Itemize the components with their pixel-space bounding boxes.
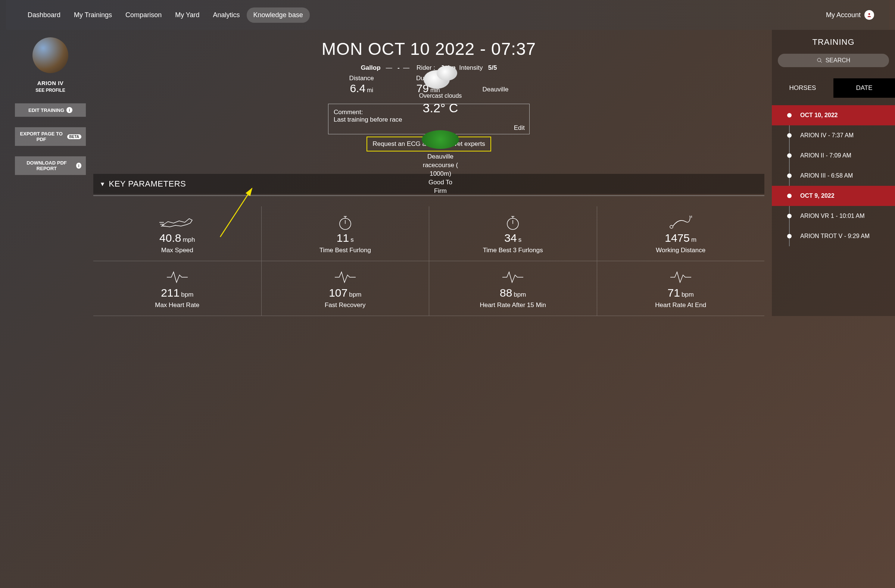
- param-label: Time Best 3 Furlongs: [433, 247, 593, 254]
- timeline-dot-icon: [787, 214, 792, 218]
- separator: —: [403, 64, 410, 71]
- beta-badge: BETA: [67, 134, 81, 139]
- param-value: 71: [668, 286, 680, 299]
- nav-knowledge-base[interactable]: Knowledge base: [247, 8, 310, 23]
- timeline-date-header[interactable]: OCT 9, 2022: [772, 186, 895, 206]
- course-line: Deauville: [414, 153, 467, 161]
- my-account-menu[interactable]: My Account: [826, 10, 874, 20]
- param-unit: s: [519, 236, 522, 243]
- timeline-dot-icon: [787, 194, 792, 198]
- main-column: MON OCT 10 2022 - 07:37 Gallop — - — Rid…: [90, 30, 772, 316]
- tab-date[interactable]: DATE: [833, 78, 895, 98]
- timeline-dot-icon: [787, 133, 792, 138]
- svg-point-0: [869, 13, 870, 15]
- sidebar-tabs: HORSES DATE: [772, 78, 895, 98]
- intensity-value: 5/5: [488, 64, 497, 71]
- weather-desc: Overcast clouds: [414, 92, 467, 99]
- download-pdf-button[interactable]: DOWNLOAD PDF REPORT i: [15, 156, 86, 175]
- param-unit: bpm: [181, 291, 193, 298]
- param-value: 211: [161, 286, 179, 299]
- separator: —: [386, 64, 392, 71]
- distance-unit: mi: [367, 87, 373, 93]
- timeline-date-header[interactable]: OCT 10, 2022: [772, 105, 895, 125]
- param-unit: mph: [182, 236, 195, 243]
- course-line: Firm: [414, 187, 467, 195]
- horse-icon: [97, 213, 258, 232]
- horse-avatar[interactable]: [32, 37, 68, 73]
- svg-point-15: [818, 58, 821, 62]
- nav-comparison[interactable]: Comparison: [119, 8, 168, 23]
- search-input[interactable]: SEARCH: [778, 54, 889, 67]
- param-label: Heart Rate At End: [601, 302, 761, 309]
- param-label: Working Distance: [601, 247, 761, 254]
- edit-comment-link[interactable]: Edit: [514, 124, 525, 132]
- top-nav: Dashboard My Trainings Comparison My Yar…: [6, 0, 889, 30]
- tab-horses[interactable]: HORSES: [772, 78, 833, 98]
- timeline-entry[interactable]: ARION VR 1 - 10:01 AM: [772, 206, 895, 226]
- timeline-dot-icon: [787, 113, 792, 118]
- location-stat: Deauville: [482, 74, 508, 95]
- timeline-entry[interactable]: ARION TROT V - 9:29 AM: [772, 226, 895, 246]
- timeline-label: ARION IV - 7:37 AM: [800, 132, 854, 138]
- stopwatch-icon: [265, 213, 425, 232]
- cloud-icon: [420, 64, 461, 89]
- timeline-label: OCT 10, 2022: [800, 112, 838, 118]
- edit-training-label: EDIT TRAINING: [28, 108, 64, 113]
- distance-label: Distance: [349, 74, 374, 82]
- param-unit: s: [350, 236, 354, 243]
- parameter-grid: 40.8mphMax Speed11sTime Best Furlong34sT…: [93, 206, 765, 316]
- see-profile-link[interactable]: SEE PROFILE: [15, 88, 86, 93]
- horse-name: ARION IV: [15, 80, 86, 86]
- export-pdf-label: EXPORT PAGE TO PDF: [20, 131, 64, 142]
- timeline-dot-icon: [787, 153, 792, 158]
- edit-training-button[interactable]: EDIT TRAINING i: [15, 103, 86, 117]
- timeline-label: ARION II - 7:09 AM: [800, 152, 851, 159]
- param-label: Heart Rate After 15 Min: [433, 302, 593, 309]
- heart-icon: [265, 268, 425, 286]
- nav-my-yard[interactable]: My Yard: [168, 8, 206, 23]
- param-cell: 107bpmFast Recovery: [261, 261, 429, 316]
- param-cell: 88bpmHeart Rate After 15 Min: [429, 261, 597, 316]
- weather-temp: 3.2° C: [414, 101, 467, 115]
- timeline-entry[interactable]: ARION IV - 7:37 AM: [772, 125, 895, 145]
- param-unit: bpm: [514, 291, 526, 298]
- param-cell: 40.8mphMax Speed: [93, 206, 261, 261]
- param-cell: 34sTime Best 3 Furlongs: [429, 206, 597, 261]
- param-value: 11: [337, 232, 349, 244]
- param-value: 34: [504, 232, 517, 244]
- param-label: Max Heart Rate: [97, 302, 258, 309]
- training-title: MON OCT 10 2022 - 07:37: [93, 39, 765, 59]
- chevron-down-icon: ▾: [101, 180, 105, 188]
- search-icon: [817, 58, 822, 64]
- user-icon: [865, 10, 874, 20]
- param-value: 40.8: [159, 232, 181, 244]
- weather-panel: Overcast clouds 3.2° C Deauville racecou…: [414, 64, 467, 195]
- export-pdf-button[interactable]: EXPORT PAGE TO PDF BETA: [15, 127, 86, 146]
- divider: [93, 195, 765, 196]
- nav-analytics[interactable]: Analytics: [206, 8, 247, 23]
- sidebar-title: TRAINING: [772, 37, 895, 47]
- timeline: OCT 10, 2022ARION IV - 7:37 AMARION II -…: [772, 105, 895, 246]
- nav-my-trainings[interactable]: My Trainings: [67, 8, 119, 23]
- timeline-entry[interactable]: ARION III - 6:58 AM: [772, 166, 895, 186]
- right-sidebar: TRAINING SEARCH HORSES DATE OCT 10, 2022…: [772, 30, 895, 316]
- key-parameters-title: KEY PARAMETERS: [109, 179, 186, 189]
- param-label: Time Best Furlong: [265, 247, 425, 254]
- nav-dashboard[interactable]: Dashboard: [21, 8, 67, 23]
- heart-icon: [601, 268, 761, 286]
- course-info: Deauville racecourse ( 1000m) Good To Fi…: [414, 153, 467, 195]
- param-unit: bpm: [681, 291, 694, 298]
- param-label: Max Speed: [97, 247, 258, 254]
- timeline-entry[interactable]: ARION II - 7:09 AM: [772, 145, 895, 166]
- course-line: 1000m): [414, 170, 467, 178]
- info-icon: i: [76, 163, 81, 169]
- svg-text:M: M: [689, 215, 692, 219]
- stopwatch-icon: [433, 213, 593, 232]
- distance-stat: Distance 6.4mi: [349, 74, 374, 95]
- my-account-label: My Account: [826, 11, 861, 19]
- timeline-dot-icon: [787, 234, 792, 238]
- dash: -: [397, 64, 400, 71]
- param-cell: 211bpmMax Heart Rate: [93, 261, 261, 316]
- param-value: 88: [500, 286, 512, 299]
- track-thumb: [422, 130, 459, 149]
